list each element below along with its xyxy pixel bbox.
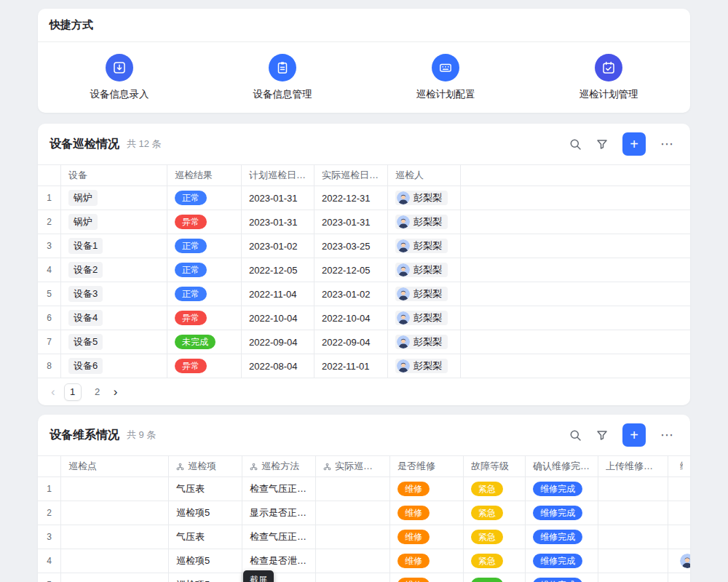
- repairer-cell[interactable]: [668, 525, 690, 549]
- row-number[interactable]: 7: [38, 330, 61, 354]
- row-number[interactable]: 2: [38, 210, 61, 234]
- repairer-cell[interactable]: [668, 549, 690, 573]
- row-number[interactable]: 6: [38, 306, 61, 330]
- plan-date-cell[interactable]: 2022-08-04: [242, 354, 314, 378]
- device-cell[interactable]: 设备6: [61, 354, 167, 378]
- actual-result-cell[interactable]: [316, 573, 390, 582]
- inspection-item-cell[interactable]: 气压表: [169, 477, 242, 501]
- row-number[interactable]: 3: [38, 525, 61, 549]
- column-header[interactable]: 巡检人: [388, 165, 461, 186]
- inspection-method-cell[interactable]: 检查气压正…: [242, 525, 316, 549]
- inspector-cell[interactable]: 彭梨梨: [388, 306, 461, 330]
- plan-date-cell[interactable]: 2022-10-04: [242, 306, 314, 330]
- inspector-cell[interactable]: 彭梨梨: [388, 354, 461, 378]
- repairer-cell[interactable]: [668, 477, 690, 501]
- row-number[interactable]: 4: [38, 258, 61, 282]
- result-cell[interactable]: 异常: [167, 306, 242, 330]
- confirm-cell[interactable]: 维修完成: [526, 573, 598, 582]
- device-cell[interactable]: 锅炉: [61, 210, 167, 234]
- inspection-method-cell[interactable]: 显示是否正…: [242, 501, 316, 525]
- actual-result-cell[interactable]: [316, 549, 390, 573]
- inspector-cell[interactable]: 彭梨梨: [388, 282, 461, 306]
- inspection-item-cell[interactable]: 巡检项5: [169, 573, 242, 582]
- more-menu-icon[interactable]: ⋯: [660, 427, 674, 443]
- column-header[interactable]: 巡检项: [169, 456, 242, 477]
- column-header[interactable]: 巡检结果: [167, 165, 242, 186]
- repair-cell[interactable]: 维修: [390, 477, 464, 501]
- column-header[interactable]: 设备: [61, 165, 167, 186]
- plan-date-cell[interactable]: 2022-09-04: [242, 330, 314, 354]
- row-number[interactable]: 1: [38, 186, 61, 210]
- result-cell[interactable]: 异常: [167, 210, 242, 234]
- fault-level-cell[interactable]: 紧急: [464, 549, 526, 573]
- upload-cell[interactable]: [598, 573, 668, 582]
- inspection-item-cell[interactable]: 巡检项5: [169, 501, 242, 525]
- device-cell[interactable]: 锅炉: [61, 186, 167, 210]
- result-cell[interactable]: 正常: [167, 186, 242, 210]
- actual-date-cell[interactable]: 2023-03-25: [314, 234, 388, 258]
- plan-date-cell[interactable]: 2023-01-02: [242, 234, 314, 258]
- actual-date-cell[interactable]: 2022-12-31: [314, 186, 388, 210]
- device-cell[interactable]: 设备1: [61, 234, 167, 258]
- result-cell[interactable]: 正常: [167, 234, 242, 258]
- inspector-cell[interactable]: 彭梨梨: [388, 210, 461, 234]
- result-cell[interactable]: 未完成: [167, 330, 242, 354]
- inspection-point-cell[interactable]: [61, 573, 169, 582]
- actual-date-cell[interactable]: 2022-09-04: [314, 330, 388, 354]
- filter-icon[interactable]: [596, 429, 608, 441]
- inspection-item-cell[interactable]: 气压表: [169, 525, 242, 549]
- row-number[interactable]: 3: [38, 234, 61, 258]
- result-cell[interactable]: 正常: [167, 258, 242, 282]
- row-number[interactable]: 1: [38, 477, 61, 501]
- column-header[interactable]: 实际巡检日…: [314, 165, 388, 186]
- column-header[interactable]: 实际巡…: [316, 456, 390, 477]
- row-number[interactable]: 2: [38, 501, 61, 525]
- add-record-button[interactable]: +: [622, 132, 646, 156]
- actual-date-cell[interactable]: 2023-01-02: [314, 282, 388, 306]
- upload-cell[interactable]: [598, 549, 668, 573]
- fault-level-cell[interactable]: 紧急: [464, 501, 526, 525]
- repair-cell[interactable]: 维修: [390, 573, 464, 582]
- search-icon[interactable]: [569, 429, 582, 442]
- upload-cell[interactable]: [598, 525, 668, 549]
- repair-cell[interactable]: 维修: [390, 549, 464, 573]
- more-menu-icon[interactable]: ⋯: [660, 136, 674, 152]
- actual-result-cell[interactable]: [316, 477, 390, 501]
- plan-date-cell[interactable]: 2022-11-04: [242, 282, 314, 306]
- fault-level-cell[interactable]: 紧急: [464, 525, 526, 549]
- next-page-icon[interactable]: ›: [114, 385, 118, 399]
- actual-date-cell[interactable]: 2023-01-31: [314, 210, 388, 234]
- inspector-cell[interactable]: 彭梨梨: [388, 258, 461, 282]
- inspection-point-cell[interactable]: [61, 549, 169, 573]
- upload-cell[interactable]: [598, 501, 668, 525]
- plan-date-cell[interactable]: 2022-12-05: [242, 258, 314, 282]
- inspection-point-cell[interactable]: [61, 477, 169, 501]
- repairer-cell[interactable]: [668, 501, 690, 525]
- column-header[interactable]: 是否维修: [390, 456, 464, 477]
- result-cell[interactable]: 正常: [167, 282, 242, 306]
- inspector-cell[interactable]: 彭梨梨: [388, 234, 461, 258]
- repair-cell[interactable]: 维修: [390, 525, 464, 549]
- actual-date-cell[interactable]: 2022-12-05: [314, 258, 388, 282]
- inspector-cell[interactable]: 彭梨梨: [388, 330, 461, 354]
- search-icon[interactable]: [569, 138, 582, 151]
- shortcut-item-4[interactable]: 巡检计划管理: [527, 54, 690, 101]
- device-cell[interactable]: 设备5: [61, 330, 167, 354]
- row-number[interactable]: 5: [38, 282, 61, 306]
- actual-result-cell[interactable]: [316, 525, 390, 549]
- add-record-button[interactable]: +: [622, 423, 646, 447]
- actual-result-cell[interactable]: [316, 501, 390, 525]
- shortcut-item-2[interactable]: 设备信息管理: [201, 54, 364, 101]
- repair-cell[interactable]: 维修: [390, 501, 464, 525]
- confirm-cell[interactable]: 维修完成: [526, 477, 598, 501]
- column-header[interactable]: 计划巡检日…: [242, 165, 314, 186]
- repairer-cell[interactable]: [668, 573, 690, 582]
- row-number[interactable]: 4: [38, 549, 61, 573]
- prev-page-icon[interactable]: ‹: [51, 385, 55, 399]
- column-header[interactable]: 上传维修结…: [598, 456, 668, 477]
- shortcut-item-3[interactable]: 巡检计划配置: [364, 54, 527, 101]
- column-header[interactable]: 故障等级: [464, 456, 526, 477]
- confirm-cell[interactable]: 维修完成: [526, 549, 598, 573]
- plan-date-cell[interactable]: 2023-01-31: [242, 210, 314, 234]
- confirm-cell[interactable]: 维修完成: [526, 525, 598, 549]
